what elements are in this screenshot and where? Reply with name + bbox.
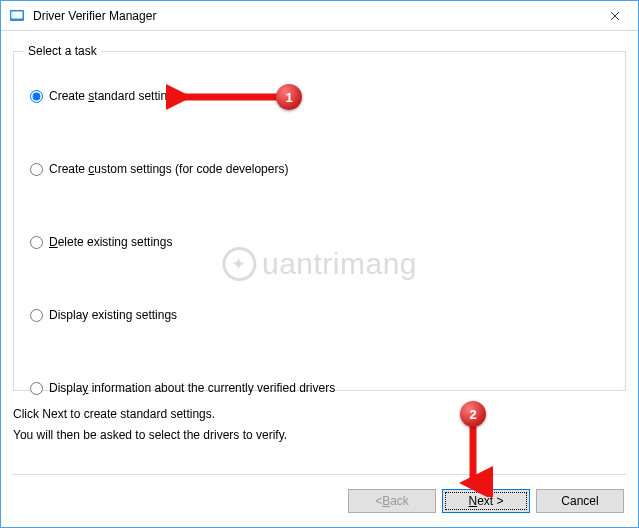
info-line2: You will then be asked to select the dri… <box>13 426 626 445</box>
task-groupbox: Select a task Create standard settings C… <box>13 51 626 391</box>
radio-input-create-custom[interactable] <box>30 163 43 176</box>
back-button: < Back <box>348 489 436 513</box>
button-row: < Back Next > Cancel <box>348 489 624 513</box>
radio-label: Display existing settings <box>49 308 177 322</box>
app-icon <box>9 8 25 24</box>
radio-label: Display information about the currently … <box>49 381 335 395</box>
radio-display-info[interactable]: Display information about the currently … <box>30 378 609 398</box>
info-line1: Click Next to create standard settings. <box>13 405 626 424</box>
radio-input-display-info[interactable] <box>30 382 43 395</box>
separator <box>13 474 626 475</box>
titlebar: Driver Verifier Manager <box>1 1 638 31</box>
radio-label: Create standard settings <box>49 89 180 103</box>
next-button[interactable]: Next > <box>442 489 530 513</box>
close-icon <box>610 11 620 21</box>
cancel-button[interactable]: Cancel <box>536 489 624 513</box>
radio-delete-existing[interactable]: Delete existing settings <box>30 232 609 252</box>
group-legend: Select a task <box>24 44 101 58</box>
radio-create-standard[interactable]: Create standard settings <box>30 86 609 106</box>
radio-label: Create custom settings (for code develop… <box>49 162 288 176</box>
close-button[interactable] <box>592 1 638 30</box>
window-title: Driver Verifier Manager <box>33 9 156 23</box>
radio-create-custom[interactable]: Create custom settings (for code develop… <box>30 159 609 179</box>
radio-input-display-existing[interactable] <box>30 309 43 322</box>
radio-input-delete-existing[interactable] <box>30 236 43 249</box>
radio-label: Delete existing settings <box>49 235 172 249</box>
radio-display-existing[interactable]: Display existing settings <box>30 305 609 325</box>
radio-input-create-standard[interactable] <box>30 90 43 103</box>
info-text: Click Next to create standard settings. … <box>13 405 626 445</box>
client-area: Select a task Create standard settings C… <box>13 43 626 477</box>
